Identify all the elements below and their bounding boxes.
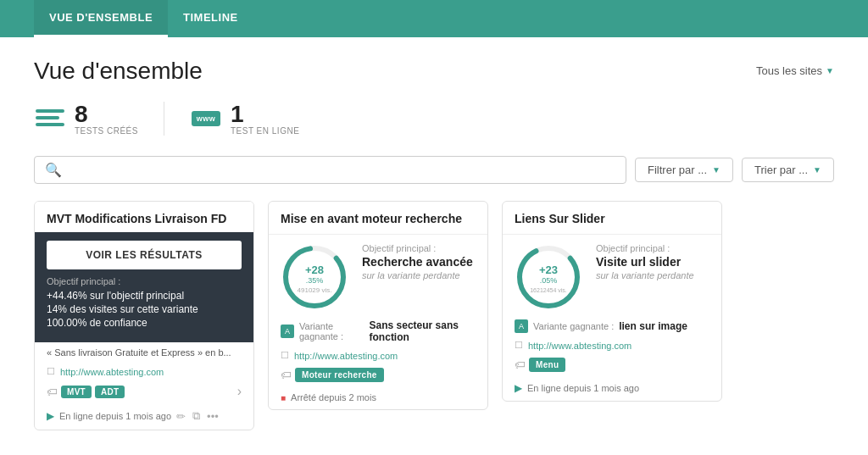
stat-item-2: 14% des visites sur cette variante xyxy=(47,303,242,315)
variante-label: Variante gagnante : xyxy=(299,321,364,341)
stop-icon: ■ xyxy=(281,393,286,402)
tag-mvt[interactable]: MVT xyxy=(61,386,92,398)
card-mise: Mise en avant moteur recherche +28 .35% … xyxy=(268,201,488,410)
svg-text:+23: +23 xyxy=(539,264,558,276)
obj-label: Objectif principal : xyxy=(47,276,242,286)
search-icon: 🔍 xyxy=(45,162,62,178)
list-icon xyxy=(36,109,64,128)
card-liens-header: Liens Sur Slider xyxy=(503,202,721,235)
search-input[interactable] xyxy=(67,164,615,177)
tag-icon: 🏷 xyxy=(47,386,58,398)
status-text: En ligne depuis 1 mois ago xyxy=(59,411,171,421)
card-mise-header: Mise en avant moteur recherche xyxy=(269,202,487,235)
sort-button[interactable]: Trier par ... ▼ xyxy=(742,158,834,182)
copy-icon[interactable]: ⧉ xyxy=(192,409,200,423)
card-mise-url-row: ☐ http://www.abtesting.com xyxy=(269,347,487,364)
card-liens-tags-row: 🏷 Menu xyxy=(503,354,721,377)
progress-circle-liens: +23 .05% 16212454 vis. xyxy=(515,243,582,311)
stat-info: 8 TESTS CRÉÉS xyxy=(75,103,138,136)
variante-name: Sans secteur sans fonction xyxy=(370,319,476,343)
tag-icon-liens: 🏷 xyxy=(515,358,526,371)
svg-text:.05%: .05% xyxy=(540,276,558,285)
card-chevron-icon[interactable]: › xyxy=(237,384,242,399)
sort-label: Trier par ... xyxy=(754,164,808,176)
www-icon: www xyxy=(192,111,221,126)
variante-row-mise: A Variante gagnante : Sans secteur sans … xyxy=(269,319,487,347)
page-header: Vue d'ensemble Tous les sites ▼ xyxy=(34,58,834,85)
stat-item-1: +44.46% sur l'objectif principal xyxy=(47,290,242,302)
tab-vue-ensemble[interactable]: VUE D'ENSEMBLE xyxy=(34,0,168,37)
variante-icon: A xyxy=(281,325,294,338)
card-mvt-header: MVT Modifications Livraison FD xyxy=(35,202,253,234)
tag-moteur[interactable]: Moteur recherche xyxy=(295,368,384,382)
url-checkbox-icon: ☐ xyxy=(281,350,289,361)
card-liens-status: ▶ En ligne depuis 1 mois ago xyxy=(503,377,721,401)
card-mise-tags-row: 🏷 Moteur recherche xyxy=(269,364,487,387)
obj-title-mise: Objectif principal : xyxy=(362,243,476,253)
card-mvt-url[interactable]: http://www.abtesting.com xyxy=(60,367,164,377)
card-liens: Liens Sur Slider +23 .05% 16212454 vis. … xyxy=(502,201,722,402)
tests-en-ligne-label: TEST EN LIGNE xyxy=(231,126,299,136)
card-liens-url-row: ☐ http://www.abtesting.com xyxy=(503,336,721,354)
filter-label: Filtrer par ... xyxy=(648,164,707,176)
sites-label: Tous les sites xyxy=(756,64,822,77)
svg-text:+28: +28 xyxy=(305,264,324,276)
variante-icon-liens: A xyxy=(515,319,528,333)
tests-crees-label: TESTS CRÉÉS xyxy=(75,126,138,136)
obj-name-liens: Visite url slider xyxy=(596,255,709,269)
tests-en-ligne-icon: www xyxy=(190,106,222,131)
tag-menu[interactable]: Menu xyxy=(529,358,565,372)
search-input-wrap[interactable]: 🔍 xyxy=(34,156,626,184)
tab-timeline[interactable]: TIMELINE xyxy=(168,0,253,37)
tests-crees-number: 8 xyxy=(75,103,138,126)
card-liens-tags: 🏷 Menu xyxy=(515,358,565,372)
card-mvt-actions: ✏ ⧉ ••• xyxy=(176,409,219,423)
card-mise-circle-row: +28 .35% 491029 vis. Objectif principal … xyxy=(269,235,487,319)
search-bar: 🔍 Filtrer par ... ▼ Trier par ... ▼ xyxy=(34,156,834,184)
chevron-down-icon: ▼ xyxy=(826,66,834,75)
progress-circle: +28 .35% 491029 vis. xyxy=(281,243,348,311)
card-liens-circle-row: +23 .05% 16212454 vis. Objectif principa… xyxy=(503,235,721,319)
tag-adt[interactable]: ADT xyxy=(95,386,125,398)
card-mvt-overlay: VOIR LES RÉSULTATS Objectif principal : … xyxy=(35,232,253,342)
card-mise-tags: 🏷 Moteur recherche xyxy=(281,368,384,382)
variante-row-liens: A Variante gagnante : lien sur image xyxy=(503,319,721,336)
obj-name-mise: Recherche avancée xyxy=(362,255,476,269)
card-liens-url[interactable]: http://www.abtesting.com xyxy=(528,341,632,351)
card-mvt-fade: « Sans livraison Gratuite et Express » e… xyxy=(35,342,253,363)
circle-stat-liens: +23 .05% 16212454 vis. xyxy=(515,243,582,311)
card-mise-url[interactable]: http://www.abtesting.com xyxy=(294,351,398,361)
svg-text:16212454 vis.: 16212454 vis. xyxy=(530,287,567,293)
filter-button[interactable]: Filtrer par ... ▼ xyxy=(635,158,733,182)
circle-stat-mise: +28 .35% 491029 vis. xyxy=(281,243,348,311)
play-icon-liens: ▶ xyxy=(515,382,522,394)
card-mvt-tags: 🏷 MVT ADT xyxy=(47,386,125,398)
url-checkbox-icon: ☐ xyxy=(515,340,523,351)
obj-title-liens: Objectif principal : xyxy=(596,243,709,253)
obj-sub-liens: sur la variante perdante xyxy=(596,270,709,280)
voir-resultats-button[interactable]: VOIR LES RÉSULTATS xyxy=(47,241,242,269)
stat-info-en-ligne: 1 TEST EN LIGNE xyxy=(231,103,299,136)
status-text-liens: En ligne depuis 1 mois ago xyxy=(527,383,639,393)
card-mvt-tags-row: 🏷 MVT ADT › xyxy=(35,380,253,404)
edit-icon[interactable]: ✏ xyxy=(176,410,186,423)
sites-dropdown[interactable]: Tous les sites ▼ xyxy=(756,64,834,77)
variante-label-liens: Variante gagnante : xyxy=(533,321,614,331)
stat-tests-crees: 8 TESTS CRÉÉS xyxy=(34,102,138,136)
card-mise-status: ■ Arrêté depuis 2 mois xyxy=(269,387,487,409)
play-icon: ▶ xyxy=(47,410,54,422)
more-icon[interactable]: ••• xyxy=(207,410,219,423)
main-content: Vue d'ensemble Tous les sites ▼ 8 TESTS … xyxy=(0,37,868,455)
status-text-mise: Arrêté depuis 2 mois xyxy=(291,392,376,402)
stat-tests-en-ligne: www 1 TEST EN LIGNE xyxy=(190,102,299,136)
svg-text:.35%: .35% xyxy=(306,276,324,285)
obj-sub-mise: sur la variante perdante xyxy=(362,270,476,280)
obj-right-liens: Objectif principal : Visite url slider s… xyxy=(596,243,709,280)
tag-icon-mise: 🏷 xyxy=(281,369,292,381)
obj-right-mise: Objectif principal : Recherche avancée s… xyxy=(362,243,476,280)
tests-en-ligne-number: 1 xyxy=(231,103,299,126)
sort-arrow-icon: ▼ xyxy=(813,165,821,175)
card-mvt-status: ▶ En ligne depuis 1 mois ago ✏ ⧉ ••• xyxy=(35,404,253,430)
card-mvt: MVT Modifications Livraison FD VOIR LES … xyxy=(34,201,254,430)
stat-divider xyxy=(164,102,164,136)
